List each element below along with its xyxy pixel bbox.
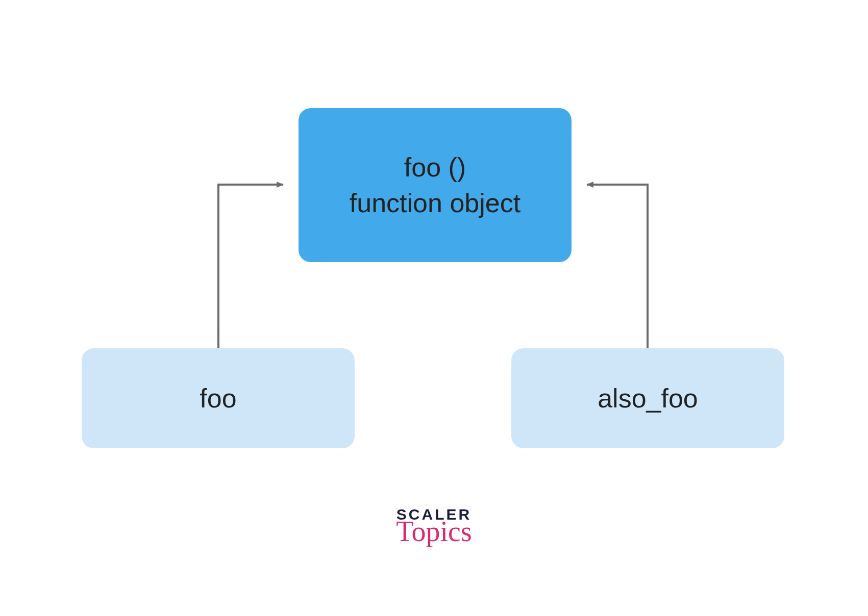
foo-variable-box: foo	[82, 348, 355, 448]
also-foo-variable-box: also_foo	[511, 348, 784, 448]
right-arrow	[587, 185, 648, 348]
also-foo-variable-label: also_foo	[598, 380, 698, 416]
scaler-topics-logo: SCALER Topics	[396, 506, 472, 546]
foo-variable-label: foo	[200, 380, 236, 416]
logo-topics-text: Topics	[396, 517, 472, 546]
left-arrow	[218, 185, 283, 348]
function-object-line2: function object	[350, 185, 520, 221]
function-object-box: foo () function object	[299, 108, 572, 262]
function-object-line1: foo ()	[404, 149, 466, 185]
